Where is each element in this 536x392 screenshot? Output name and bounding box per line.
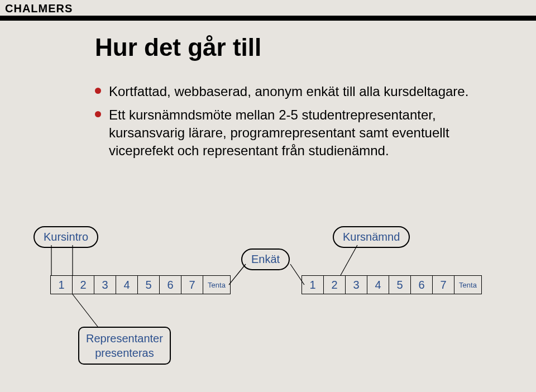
week-box: 6	[410, 275, 433, 294]
week-box: 7	[432, 275, 454, 294]
week-box: 2	[72, 275, 94, 294]
bullet-item: Kortfattad, webbaserad, anonym enkät til…	[95, 83, 486, 101]
week-box: 3	[94, 275, 116, 294]
representanter-line2: presenteras	[95, 347, 154, 359]
week-box: 1	[50, 275, 73, 294]
week-box: 4	[116, 275, 138, 294]
bullet-dot-icon	[95, 111, 101, 117]
bullet-item: Ett kursnämndsmöte mellan 2-5 studentrep…	[95, 106, 486, 160]
bubble-representanter: Representanter presenteras	[78, 327, 171, 365]
week-box: 3	[345, 275, 367, 294]
bubble-kursnamnd: Kursnämnd	[333, 226, 410, 248]
svg-line-2	[229, 264, 246, 285]
week-box: 1	[302, 275, 324, 294]
page-title: Hur det går till	[95, 34, 261, 61]
tenta-box: Tenta	[454, 275, 482, 294]
bullet-text: Kortfattad, webbaserad, anonym enkät til…	[109, 83, 468, 101]
bullet-dot-icon	[95, 88, 101, 94]
header-bar	[0, 16, 536, 21]
bubble-enkat: Enkät	[241, 248, 290, 270]
logo: CHALMERS	[5, 2, 73, 15]
week-box: 6	[159, 275, 181, 294]
svg-line-4	[341, 245, 357, 275]
week-box: 2	[323, 275, 346, 294]
week-box: 7	[181, 275, 203, 294]
weeks-row-1: 1 2 3 4 5 6 7 Tenta	[50, 275, 231, 294]
bubble-kursintro: Kursintro	[34, 226, 98, 248]
representanter-line1: Representanter	[86, 332, 163, 345]
week-box: 5	[137, 275, 160, 294]
week-box: 5	[389, 275, 411, 294]
weeks-row-2: 1 2 3 4 5 6 7 Tenta	[302, 275, 482, 294]
svg-line-5	[73, 294, 98, 327]
week-box: 4	[367, 275, 389, 294]
bullet-text: Ett kursnämndsmöte mellan 2-5 studentrep…	[109, 106, 486, 160]
tenta-box: Tenta	[203, 275, 231, 294]
bullet-list: Kortfattad, webbaserad, anonym enkät til…	[95, 83, 486, 165]
timeline-diagram: Kursintro Enkät Kursnämnd 1 2 3 4 5 6 7 …	[0, 226, 536, 371]
